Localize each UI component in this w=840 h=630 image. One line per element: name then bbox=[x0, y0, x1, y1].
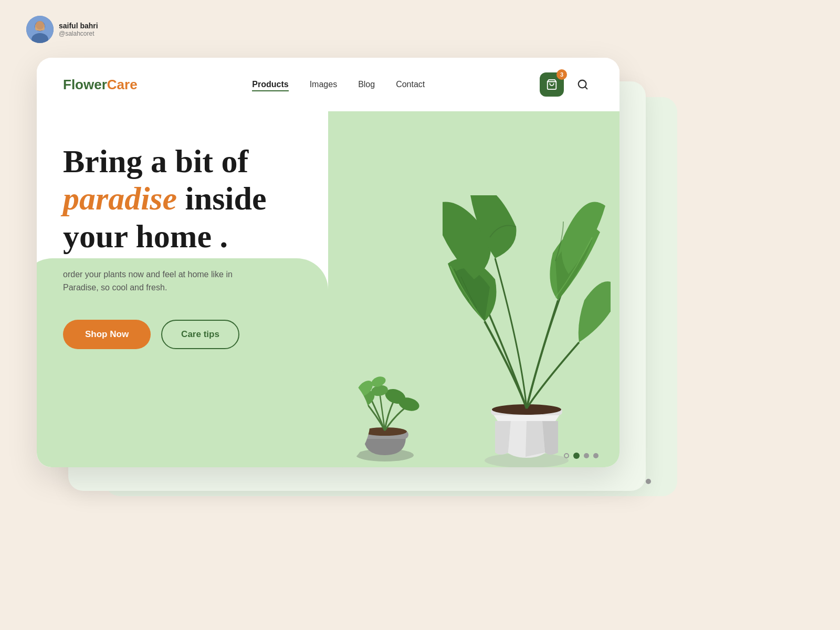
user-profile: saiful bahri @salahcoret bbox=[26, 16, 98, 43]
nav-contact[interactable]: Contact bbox=[396, 80, 425, 89]
dot-2[interactable] bbox=[573, 453, 580, 459]
plant-large-svg bbox=[443, 195, 611, 467]
dot-1[interactable] bbox=[564, 453, 569, 458]
hero-section: Bring a bit of paradise inside your home… bbox=[37, 111, 620, 467]
navbar: FlowerCare Products Images Blog Contact … bbox=[37, 58, 620, 111]
hero-left: Bring a bit of paradise inside your home… bbox=[37, 111, 328, 467]
search-icon bbox=[577, 79, 589, 90]
hero-right bbox=[328, 111, 620, 467]
nav-icons: 3 bbox=[540, 72, 593, 97]
slide-indicators bbox=[564, 453, 598, 459]
plant-container bbox=[327, 127, 620, 467]
cart-badge: 3 bbox=[556, 69, 567, 80]
hero-content: Bring a bit of paradise inside your home… bbox=[63, 132, 302, 349]
care-tips-button[interactable]: Care tips bbox=[161, 320, 239, 349]
main-card: FlowerCare Products Images Blog Contact … bbox=[37, 58, 620, 467]
svg-point-5 bbox=[36, 21, 44, 29]
user-handle: @salahcoret bbox=[59, 30, 98, 37]
avatar bbox=[26, 16, 54, 43]
user-name: saiful bahri bbox=[59, 22, 98, 30]
plant-large bbox=[443, 195, 611, 467]
logo: FlowerCare bbox=[63, 77, 138, 93]
dot-secondary-4[interactable] bbox=[646, 479, 651, 484]
cart-button[interactable]: 3 bbox=[540, 72, 564, 97]
hero-buttons: Shop Now Care tips bbox=[63, 320, 302, 349]
dot-4[interactable] bbox=[593, 453, 598, 458]
search-button[interactable] bbox=[572, 74, 593, 95]
nav-links: Products Images Blog Contact bbox=[252, 80, 425, 89]
hero-title-line1: Bring a bit of bbox=[63, 143, 248, 179]
hero-title-highlight: paradise bbox=[63, 181, 177, 216]
hero-title-line3: your home . bbox=[63, 218, 228, 254]
logo-care: Care bbox=[107, 77, 138, 92]
shop-now-button[interactable]: Shop Now bbox=[63, 320, 151, 349]
hero-subtitle: order your plants now and feel at home l… bbox=[63, 268, 242, 295]
dot-3[interactable] bbox=[584, 453, 589, 458]
cart-icon bbox=[546, 79, 558, 90]
nav-images[interactable]: Images bbox=[310, 80, 337, 89]
hero-title: Bring a bit of paradise inside your home… bbox=[63, 143, 302, 255]
nav-products[interactable]: Products bbox=[252, 80, 288, 89]
user-info: saiful bahri @salahcoret bbox=[59, 22, 98, 37]
hero-title-line2: inside bbox=[185, 181, 267, 216]
nav-blog[interactable]: Blog bbox=[358, 80, 375, 89]
logo-flower: Flower bbox=[63, 77, 107, 92]
svg-line-8 bbox=[585, 87, 587, 89]
